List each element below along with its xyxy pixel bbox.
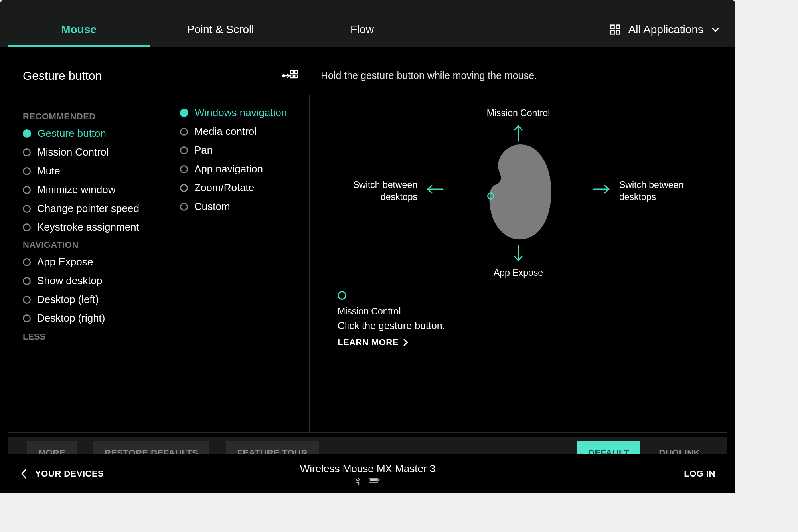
- footer-bar: YOUR DEVICES Wireless Mouse MX Master 3 …: [0, 454, 735, 493]
- svg-rect-1: [616, 25, 620, 28]
- panel-header: Gesture button Hold the gesture button w…: [8, 56, 727, 95]
- click-indicator-icon: [338, 291, 346, 300]
- preset-label: App navigation: [194, 163, 263, 175]
- preset-custom[interactable]: Custom: [180, 200, 309, 213]
- action-label: App Expose: [37, 256, 93, 268]
- preset-zoom-rotate[interactable]: Zoom/Rotate: [180, 182, 309, 194]
- gesture-diagram: Mission Control App Expose Switch betwee…: [326, 107, 711, 279]
- action-label: Change pointer speed: [37, 202, 139, 215]
- chevron-down-icon: [711, 25, 720, 34]
- svg-rect-0: [610, 25, 614, 28]
- mouse-silhouette-icon: [482, 141, 554, 241]
- app-window: Mouse Point & Scroll Flow All Applicatio…: [0, 0, 735, 493]
- click-action-description: Click the gesture button.: [338, 320, 445, 332]
- thumb-button-indicator-icon: [487, 192, 494, 200]
- preset-label: Custom: [194, 200, 230, 213]
- gesture-down-label[interactable]: App Expose: [494, 267, 543, 279]
- svg-rect-5: [290, 71, 293, 73]
- app-switcher-dropdown[interactable]: All Applications: [609, 11, 727, 36]
- action-show-desktop[interactable]: Show desktop: [23, 275, 168, 287]
- action-list-column: RECOMMENDED Gesture button Mission Contr…: [8, 95, 168, 432]
- action-label: Desktop (right): [37, 312, 105, 324]
- click-action-label[interactable]: Mission Control: [338, 306, 445, 317]
- back-to-devices-button[interactable]: YOUR DEVICES: [20, 468, 104, 479]
- radio-icon: [180, 165, 188, 173]
- device-name: Wireless Mouse MX Master 3: [300, 463, 436, 475]
- chevron-left-icon: [20, 468, 27, 479]
- learn-more-label: LEARN MORE: [338, 337, 399, 348]
- radio-icon: [23, 223, 31, 231]
- tab-flow[interactable]: Flow: [291, 14, 433, 47]
- action-desktop-right[interactable]: Desktop (right): [23, 312, 168, 324]
- radio-icon: [23, 277, 31, 285]
- preset-label: Zoom/Rotate: [194, 182, 254, 194]
- radio-icon: [23, 296, 31, 304]
- less-toggle[interactable]: LESS: [23, 332, 168, 342]
- action-label: Keystroke assignment: [37, 221, 139, 233]
- action-label: Desktop (left): [37, 293, 99, 306]
- svg-rect-15: [370, 479, 377, 481]
- radio-icon: [23, 205, 31, 213]
- radio-icon: [180, 128, 188, 136]
- preset-windows-navigation[interactable]: Windows navigation: [180, 107, 309, 119]
- app-switcher-label: All Applications: [628, 23, 703, 36]
- back-label: YOUR DEVICES: [35, 469, 104, 479]
- radio-icon: [23, 167, 31, 175]
- action-app-expose[interactable]: App Expose: [23, 256, 168, 268]
- action-label: Mission Control: [37, 146, 109, 158]
- svg-rect-3: [616, 30, 620, 34]
- gesture-assign-icon: [281, 69, 298, 83]
- arrow-right-icon: [593, 184, 610, 194]
- radio-icon: [23, 258, 31, 266]
- tab-mouse[interactable]: Mouse: [8, 14, 150, 47]
- radio-icon: [180, 203, 188, 211]
- svg-rect-8: [295, 75, 298, 78]
- arrow-left-icon: [426, 184, 444, 194]
- tab-point-scroll[interactable]: Point & Scroll: [150, 14, 291, 47]
- gesture-up-label[interactable]: Mission Control: [487, 107, 550, 119]
- panel-subtitle: Hold the gesture button while moving the…: [310, 70, 727, 81]
- radio-icon: [23, 148, 31, 156]
- preset-pan[interactable]: Pan: [180, 144, 309, 156]
- tab-list: Mouse Point & Scroll Flow: [8, 0, 433, 47]
- click-action-info: Mission Control Click the gesture button…: [338, 291, 445, 348]
- arrow-down-icon: [513, 245, 523, 262]
- arrow-up-icon: [513, 124, 523, 142]
- preset-media-control[interactable]: Media control: [180, 125, 309, 138]
- radio-icon: [23, 129, 31, 138]
- radio-icon: [180, 184, 188, 192]
- action-minimize-window[interactable]: Minimize window: [23, 184, 168, 196]
- apps-grid-icon: [609, 24, 621, 36]
- radio-icon: [23, 314, 31, 322]
- login-button[interactable]: LOG IN: [684, 469, 715, 479]
- preset-app-navigation[interactable]: App navigation: [180, 163, 309, 175]
- preset-label: Windows navigation: [195, 107, 287, 119]
- preset-label: Pan: [194, 144, 213, 156]
- action-label: Gesture button: [38, 127, 106, 140]
- svg-rect-7: [290, 75, 293, 78]
- device-info: Wireless Mouse MX Master 3: [300, 463, 436, 485]
- svg-rect-14: [379, 479, 380, 481]
- radio-icon: [23, 186, 31, 194]
- svg-rect-6: [295, 71, 298, 73]
- action-mission-control[interactable]: Mission Control: [23, 146, 168, 158]
- preset-label: Media control: [194, 125, 257, 138]
- gesture-left-label[interactable]: Switch between desktops: [326, 179, 417, 203]
- panel-body: RECOMMENDED Gesture button Mission Contr…: [8, 95, 727, 432]
- panel-title: Gesture button: [23, 69, 102, 83]
- action-gesture-button[interactable]: Gesture button: [23, 127, 168, 140]
- gesture-diagram-column: Mission Control App Expose Switch betwee…: [310, 95, 727, 432]
- radio-icon: [180, 109, 188, 117]
- action-label: Minimize window: [37, 184, 116, 196]
- radio-icon: [180, 146, 188, 154]
- action-change-pointer-speed[interactable]: Change pointer speed: [23, 202, 168, 215]
- gesture-right-label[interactable]: Switch between desktops: [619, 179, 711, 203]
- action-keystroke-assignment[interactable]: Keystroke assignment: [23, 221, 168, 233]
- gesture-preset-column: Windows navigation Media control Pan App…: [168, 95, 310, 432]
- top-tab-bar: Mouse Point & Scroll Flow All Applicatio…: [0, 0, 735, 47]
- action-desktop-left[interactable]: Desktop (left): [23, 293, 168, 306]
- action-label: Mute: [37, 165, 60, 177]
- action-mute[interactable]: Mute: [23, 165, 168, 177]
- bluetooth-icon: [356, 477, 361, 485]
- learn-more-link[interactable]: LEARN MORE: [338, 337, 445, 348]
